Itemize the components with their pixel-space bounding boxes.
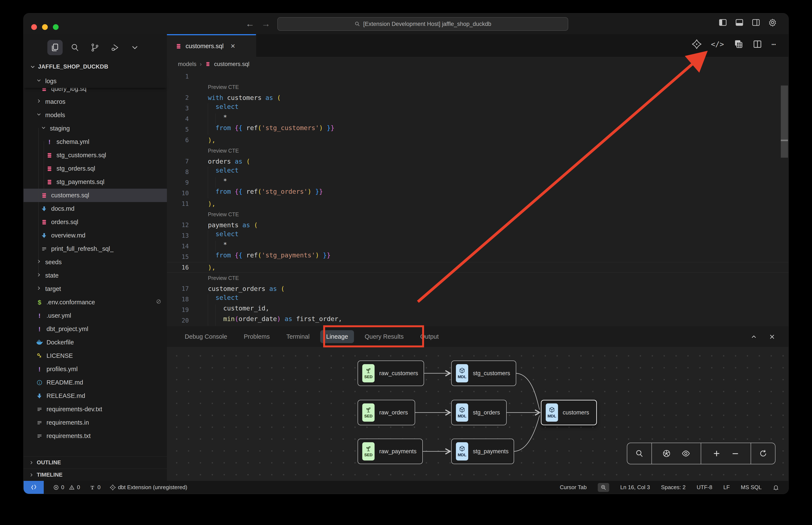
tree-item-readme-md[interactable]: README.md bbox=[24, 376, 167, 389]
toggle-primary-sidebar-icon[interactable] bbox=[718, 18, 727, 27]
codelens-preview-cte[interactable]: Preview CTE bbox=[208, 148, 239, 154]
more-actions-icon[interactable]: ⋯ bbox=[772, 40, 777, 48]
back-icon[interactable]: ← bbox=[246, 19, 254, 29]
lineage-search-icon[interactable] bbox=[635, 449, 644, 458]
code-line[interactable]: 10 from {{ ref('stg_orders') }} bbox=[167, 188, 788, 198]
zoom-out-button[interactable]: − bbox=[732, 449, 738, 458]
timeline-section[interactable]: TIMELINE bbox=[24, 468, 167, 481]
language-mode-status[interactable]: MS SQL bbox=[741, 484, 762, 491]
code-line[interactable]: 12payments as ( bbox=[167, 220, 788, 230]
cursor-tab-status[interactable]: Cursor Tab bbox=[560, 484, 587, 491]
tree-item-macros[interactable]: macros bbox=[24, 95, 167, 108]
codelens-preview-cte[interactable]: Preview CTE bbox=[208, 211, 239, 217]
codelens-preview-cte[interactable]: Preview CTE bbox=[208, 84, 239, 90]
split-editor-icon[interactable] bbox=[753, 39, 762, 49]
codelens-row[interactable]: Preview CTE bbox=[167, 273, 788, 283]
tree-item-print-full-refresh-sql-[interactable]: print_full_refresh._sql_ bbox=[24, 242, 167, 255]
panel-maximize-icon[interactable] bbox=[750, 333, 757, 340]
code-line[interactable]: 7orders as ( bbox=[167, 156, 788, 167]
code-line[interactable]: 16), bbox=[167, 262, 788, 273]
tree-item-license[interactable]: LICENSE bbox=[24, 349, 167, 362]
code-line[interactable]: 6), bbox=[167, 135, 788, 145]
tree-item-target[interactable]: target bbox=[24, 282, 167, 296]
breadcrumb-folder[interactable]: models bbox=[178, 61, 196, 68]
close-window-button[interactable] bbox=[31, 24, 37, 30]
lineage-canvas[interactable]: SEDraw_customersMDLstg_customersSEDraw_o… bbox=[167, 347, 788, 481]
tree-item-state[interactable]: state bbox=[24, 269, 167, 282]
close-tab-icon[interactable]: ✕ bbox=[231, 43, 235, 50]
zoom-window-button[interactable] bbox=[53, 24, 59, 30]
tree-item-stg-payments-sql[interactable]: stg_payments.sql bbox=[24, 175, 167, 189]
zoom-status[interactable] bbox=[598, 483, 609, 492]
code-line[interactable]: 14 * bbox=[167, 241, 788, 252]
run-debug-tab[interactable] bbox=[107, 40, 122, 55]
tree-item-logs[interactable]: logs bbox=[24, 74, 167, 88]
command-center-search[interactable]: [Extension Development Host] jaffle_shop… bbox=[277, 17, 568, 31]
encoding-status[interactable]: UTF-8 bbox=[697, 484, 712, 491]
code-line[interactable]: 15 from {{ ref('stg_payments') }} bbox=[167, 252, 788, 262]
tree-item-dbt-project-yml[interactable]: !dbt_project.yml bbox=[24, 322, 167, 336]
zoom-in-button[interactable]: + bbox=[713, 449, 720, 458]
notifications-bell-icon[interactable] bbox=[773, 484, 779, 491]
tree-item-schema-yml[interactable]: !schema.yml bbox=[24, 135, 167, 149]
code-line[interactable]: 4 * bbox=[167, 114, 788, 124]
codelens-row[interactable]: Preview CTE bbox=[167, 145, 788, 156]
code-line[interactable]: 20 min(order_date) as first_order, bbox=[167, 315, 788, 326]
panel-tab-debug-console[interactable]: Debug Console bbox=[179, 330, 233, 343]
cursor-position-status[interactable]: Ln 16, Col 3 bbox=[620, 484, 650, 491]
lineage-node-stg_payments[interactable]: MDLstg_payments bbox=[451, 439, 514, 464]
tree-item-stg-orders-sql[interactable]: stg_orders.sql bbox=[24, 162, 167, 175]
tab-customers-sql[interactable]: customers.sql ✕ bbox=[167, 34, 256, 57]
eol-status[interactable]: LF bbox=[723, 484, 729, 491]
toggle-panel-icon[interactable] bbox=[735, 18, 744, 27]
lineage-node-raw_orders[interactable]: SEDraw_orders bbox=[358, 400, 415, 425]
indentation-status[interactable]: Spaces: 2 bbox=[661, 484, 686, 491]
scrollbar-thumb[interactable] bbox=[781, 86, 788, 158]
codelens-row[interactable]: Preview CTE bbox=[167, 209, 788, 220]
tree-item-requirements-txt[interactable]: requirements.txt bbox=[24, 429, 167, 442]
dbt-power-user-icon[interactable] bbox=[692, 39, 702, 49]
tree-item--user-yml[interactable]: !.user.yml bbox=[24, 309, 167, 322]
panel-tab-terminal[interactable]: Terminal bbox=[280, 330, 315, 343]
code-line[interactable]: 2with customers as ( bbox=[167, 92, 788, 103]
code-line[interactable]: 8 select bbox=[167, 167, 788, 177]
lineage-refresh-icon[interactable] bbox=[759, 449, 768, 458]
tree-item-staging[interactable]: staging bbox=[24, 122, 167, 135]
explorer-tab[interactable] bbox=[47, 40, 63, 55]
minimize-window-button[interactable] bbox=[42, 24, 48, 30]
tree-item-requirements-in[interactable]: requirements.in bbox=[24, 416, 167, 429]
codelens-preview-cte[interactable]: Preview CTE bbox=[208, 275, 239, 281]
project-header[interactable]: JAFFLE_SHOP_DUCKDB bbox=[30, 63, 108, 70]
outline-section[interactable]: OUTLINE bbox=[24, 456, 167, 468]
code-line[interactable]: 18 select bbox=[167, 294, 788, 304]
lineage-node-customers[interactable]: MDLcustomers bbox=[541, 400, 597, 425]
code-line[interactable]: 9 * bbox=[167, 177, 788, 188]
panel-close-icon[interactable] bbox=[768, 333, 776, 340]
dbt-extension-status[interactable]: dbt Extension (unregistered) bbox=[110, 484, 187, 491]
code-line[interactable]: 13 select bbox=[167, 230, 788, 241]
code-line[interactable]: 3 select bbox=[167, 103, 788, 114]
breadcrumb-file[interactable]: customers.sql bbox=[214, 61, 250, 68]
tree-item-docs-md[interactable]: docs.md bbox=[24, 202, 167, 215]
tree-item-profiles-yml[interactable]: !profiles.yml bbox=[24, 362, 167, 376]
tree-item-seeds[interactable]: seeds bbox=[24, 255, 167, 269]
tree-item-release-md[interactable]: RELEASE.md bbox=[24, 389, 167, 403]
search-tab[interactable] bbox=[67, 40, 83, 55]
problems-status[interactable]: 0 0 bbox=[53, 484, 80, 491]
code-line[interactable]: 5 from {{ ref('stg_customers') }} bbox=[167, 124, 788, 135]
lineage-node-raw_payments[interactable]: SEDraw_payments bbox=[358, 439, 423, 464]
lineage-node-raw_customers[interactable]: SEDraw_customers bbox=[358, 361, 424, 386]
tree-item-orders-sql[interactable]: orders.sql bbox=[24, 215, 167, 229]
panel-tab-problems[interactable]: Problems bbox=[238, 330, 276, 343]
compiled-code-icon[interactable]: </> bbox=[711, 40, 724, 48]
settings-gear-icon[interactable] bbox=[768, 18, 777, 27]
tree-item-requirements-dev-txt[interactable]: requirements-dev.txt bbox=[24, 403, 167, 416]
tree-item-models[interactable]: models bbox=[24, 108, 167, 122]
toggle-secondary-sidebar-icon[interactable] bbox=[752, 18, 761, 27]
tree-item-overview-md[interactable]: overview.md bbox=[24, 229, 167, 242]
query-results-icon[interactable] bbox=[734, 39, 743, 49]
tree-item-query-log-sq[interactable]: query_log.sq bbox=[24, 88, 167, 95]
tree-item-customers-sql[interactable]: customers.sql bbox=[24, 189, 167, 202]
tree-item--env-conformance[interactable]: $.env.conformance bbox=[24, 296, 167, 309]
code-line[interactable]: 1 bbox=[167, 71, 788, 82]
